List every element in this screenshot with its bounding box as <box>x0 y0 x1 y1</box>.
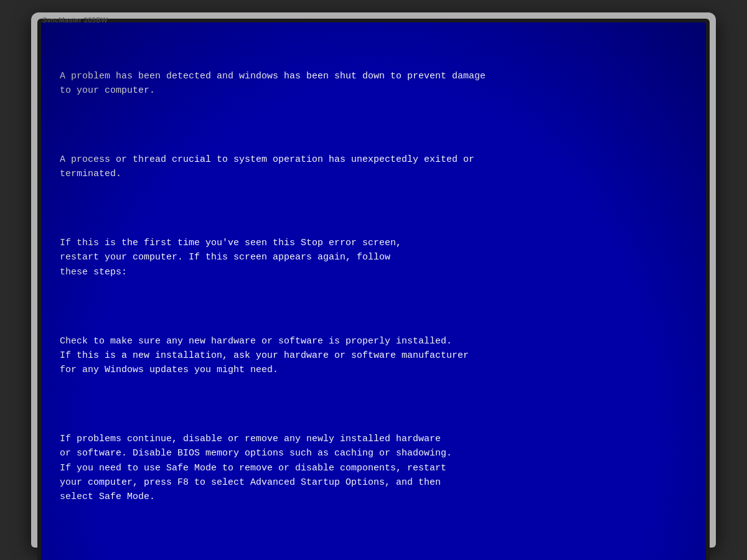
bsod-line5: If this is the first time you've seen th… <box>60 238 402 248</box>
bsod-para4: Check to make sure any new hardware or s… <box>60 334 687 378</box>
bsod-line9: If this is a new installation, ask your … <box>60 350 469 361</box>
bsod-line14: your computer, press F8 to select Advanc… <box>60 477 441 488</box>
bsod-line7: these steps: <box>60 267 127 278</box>
bsod-line12: or software. Disable BIOS memory options… <box>60 448 452 459</box>
bsod-line3: A process or thread crucial to system op… <box>60 154 474 165</box>
bsod-line8: Check to make sure any new hardware or s… <box>60 336 452 347</box>
bsod-content: A problem has been detected and windows … <box>60 40 687 560</box>
bsod-para1: A problem has been detected and windows … <box>60 69 687 98</box>
bsod-line11: If problems continue, disable or remove … <box>60 434 441 444</box>
bsod-line1: A problem has been detected and windows … <box>60 71 486 82</box>
bsod-para5: If problems continue, disable or remove … <box>60 432 687 504</box>
monitor: SyncMaster 205BW A problem has been dete… <box>31 12 716 548</box>
bsod-line15: select Safe Mode. <box>60 492 155 502</box>
bsod-para3: If this is the first time you've seen th… <box>60 236 687 279</box>
bsod-line2: to your computer. <box>60 85 155 96</box>
bsod-line13: If you need to use Safe Mode to remove o… <box>60 463 446 474</box>
bsod-line4: terminated. <box>60 169 121 179</box>
bsod-para2: A process or thread crucial to system op… <box>60 152 687 182</box>
bsod-line6: restart your computer. If this screen ap… <box>60 252 390 263</box>
bsod-line10: for any Windows updates you might need. <box>60 365 278 375</box>
bsod-screen: A problem has been detected and windows … <box>41 22 706 560</box>
monitor-bezel: A problem has been detected and windows … <box>37 19 710 560</box>
